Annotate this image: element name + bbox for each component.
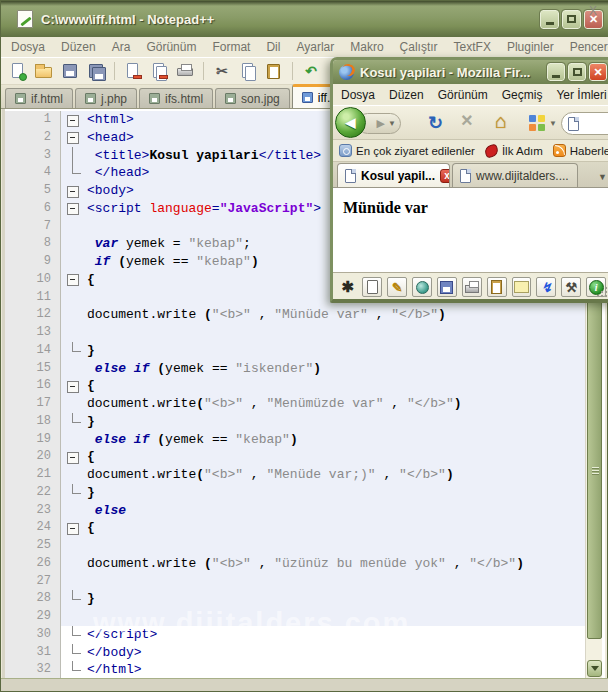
print-icon[interactable] bbox=[462, 277, 482, 297]
save-icon[interactable] bbox=[437, 277, 457, 297]
code-text: } bbox=[87, 342, 585, 360]
close-all-icon[interactable] bbox=[148, 60, 170, 82]
undo-icon[interactable]: ↶ bbox=[300, 60, 322, 82]
code-line[interactable]: 28} bbox=[5, 590, 585, 608]
fold-collapse-icon[interactable] bbox=[61, 519, 87, 537]
npp-menu-item[interactable]: TextFX bbox=[454, 40, 491, 54]
npp-menu-item[interactable]: Ara bbox=[112, 40, 131, 54]
npp-menu-item[interactable]: Düzen bbox=[61, 40, 96, 54]
code-line[interactable]: 19 else if (yemek == "kebap") bbox=[5, 431, 585, 449]
home-button[interactable]: ⌂ bbox=[495, 110, 507, 133]
new-file-icon[interactable] bbox=[7, 60, 29, 82]
open-file-icon[interactable] bbox=[33, 60, 55, 82]
ff-menu-item[interactable]: Dosya bbox=[341, 88, 375, 102]
tools-icon[interactable]: ⚒ bbox=[561, 277, 581, 297]
npp-tab-if.html[interactable]: if.html bbox=[5, 88, 73, 108]
resize-grip[interactable] bbox=[596, 286, 608, 298]
ff-minimize-button[interactable] bbox=[547, 63, 565, 81]
code-line[interactable]: 20{ bbox=[5, 448, 585, 466]
globe-icon[interactable] bbox=[412, 277, 432, 297]
ff-titlebar[interactable]: Kosul yapilari - Mozilla Fir... ✕ bbox=[333, 60, 608, 84]
ff-close-button[interactable]: ✕ bbox=[589, 63, 607, 81]
npp-tab-ifs.html[interactable]: ifs.html bbox=[139, 88, 213, 108]
code-line[interactable]: 14} bbox=[5, 342, 585, 360]
note-icon[interactable] bbox=[512, 277, 532, 297]
npp-menu-item[interactable]: Format bbox=[212, 40, 250, 54]
code-line[interactable]: 17document.write("<b>" , "Menümüzde var"… bbox=[5, 395, 585, 413]
npp-menu-item[interactable]: Ayarlar bbox=[296, 40, 334, 54]
save-icon[interactable] bbox=[59, 60, 81, 82]
npp-menubar-close-button[interactable]: X bbox=[589, 1, 597, 21]
ff-menu-item[interactable]: Görünüm bbox=[438, 88, 488, 102]
code-line[interactable]: 32</html> bbox=[5, 661, 585, 679]
tab-list-dropdown-icon[interactable]: ▼ bbox=[598, 172, 607, 182]
bug-icon[interactable]: ✱ bbox=[338, 277, 357, 297]
fold-collapse-icon[interactable] bbox=[61, 111, 87, 129]
pencil-icon[interactable]: ✎ bbox=[387, 277, 407, 297]
tab-close-button[interactable]: x bbox=[440, 169, 450, 183]
copy-icon[interactable] bbox=[237, 60, 259, 82]
code-line[interactable]: 25 bbox=[5, 537, 585, 555]
bookmarks-grid-button[interactable] bbox=[529, 115, 545, 131]
cut-icon[interactable]: ✂ bbox=[211, 60, 233, 82]
fold-collapse-icon[interactable] bbox=[61, 200, 87, 218]
fold-margin bbox=[61, 289, 87, 307]
scrollbar-thumb[interactable] bbox=[587, 301, 602, 639]
code-line[interactable]: 15 else if (yemek == "iskender") bbox=[5, 360, 585, 378]
fold-collapse-icon[interactable] bbox=[61, 377, 87, 395]
code-line[interactable]: 27 bbox=[5, 573, 585, 591]
save-all-icon[interactable] bbox=[85, 60, 107, 82]
npp-tab-son.jpg[interactable]: son.jpg bbox=[215, 88, 290, 108]
code-line[interactable]: 31</body> bbox=[5, 644, 585, 662]
paste-icon[interactable] bbox=[263, 60, 285, 82]
location-bar[interactable] bbox=[561, 112, 608, 135]
npp-menu-item[interactable]: Dosya bbox=[11, 40, 45, 54]
code-line[interactable]: 13 bbox=[5, 324, 585, 342]
code-line[interactable]: 30</script> bbox=[5, 626, 585, 644]
npp-menu-item[interactable]: Makro bbox=[350, 40, 383, 54]
npp-tab-j.php[interactable]: j.php bbox=[75, 88, 137, 108]
print-icon[interactable] bbox=[174, 60, 196, 82]
ff-maximize-button[interactable] bbox=[568, 63, 586, 81]
ff-tab[interactable]: Kosul yapil...x bbox=[337, 163, 450, 187]
npp-menu-item[interactable]: Görünüm bbox=[146, 40, 196, 54]
npp-menu-item[interactable]: Pencere bbox=[570, 40, 608, 54]
bookmark-item[interactable]: Haberler bbox=[553, 144, 608, 157]
code-line[interactable]: 21document.write("<b>" , "Menüde var;)" … bbox=[5, 466, 585, 484]
code-line[interactable]: 18} bbox=[5, 413, 585, 431]
ff-menu-item[interactable]: Geçmiş bbox=[502, 88, 543, 102]
code-line[interactable]: 12document.write ("<b>" , "Münüde var" ,… bbox=[5, 306, 585, 324]
code-line[interactable]: 24{ bbox=[5, 519, 585, 537]
npp-menu-item[interactable]: Pluginler bbox=[507, 40, 554, 54]
new-doc-icon[interactable] bbox=[362, 277, 382, 297]
stop-button[interactable]: × bbox=[461, 109, 473, 132]
ff-menu-item[interactable]: Yer İmleri bbox=[556, 88, 606, 102]
npp-maximize-button[interactable] bbox=[562, 10, 581, 29]
lightning-icon[interactable]: ↯ bbox=[536, 277, 556, 297]
code-line[interactable]: 29 bbox=[5, 608, 585, 626]
grid-dropdown-icon[interactable]: ▼ bbox=[549, 119, 557, 128]
close-file-icon[interactable] bbox=[122, 60, 144, 82]
fold-collapse-icon[interactable] bbox=[61, 182, 87, 200]
code-line[interactable]: 23 else bbox=[5, 502, 585, 520]
history-dropdown-icon[interactable]: ▼ bbox=[388, 119, 396, 128]
scrollbar-down-arrow[interactable] bbox=[587, 660, 602, 677]
ff-tab[interactable]: www.dijitalders.... bbox=[452, 163, 578, 187]
fold-collapse-icon[interactable] bbox=[61, 129, 87, 147]
code-line[interactable]: 26document.write ("<b>" , "üzünüz bu men… bbox=[5, 555, 585, 573]
npp-titlebar[interactable]: C:\www\iff.html - Notepad++ ✕ bbox=[1, 1, 608, 37]
bookmark-item[interactable]: İlk Adım bbox=[485, 145, 543, 157]
back-button[interactable]: ◀ bbox=[335, 107, 366, 138]
ff-menu-item[interactable]: Düzen bbox=[389, 88, 424, 102]
fold-collapse-icon[interactable] bbox=[61, 448, 87, 466]
npp-menu-item[interactable]: Dil bbox=[266, 40, 280, 54]
code-line[interactable]: 16{ bbox=[5, 377, 585, 395]
fold-collapse-icon[interactable] bbox=[61, 271, 87, 289]
code-line[interactable]: 22} bbox=[5, 484, 585, 502]
npp-minimize-button[interactable] bbox=[540, 10, 559, 29]
npp-menubar: DosyaDüzenAraGörünümFormatDilAyarlarMakr… bbox=[1, 37, 608, 57]
bookmark-item[interactable]: En çok ziyaret edilenler bbox=[339, 144, 475, 157]
npp-menu-item[interactable]: Çalıştır bbox=[400, 40, 438, 54]
reload-button[interactable]: ↻ bbox=[428, 112, 443, 134]
clipboard-icon[interactable] bbox=[487, 277, 507, 297]
